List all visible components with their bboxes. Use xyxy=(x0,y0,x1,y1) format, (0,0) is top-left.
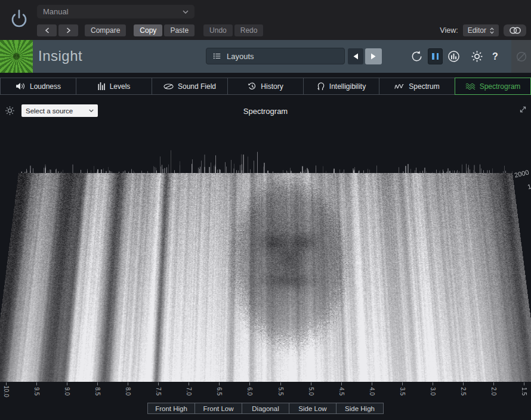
time-axis-label: 3.5 xyxy=(399,387,405,396)
speaker-icon xyxy=(16,82,26,90)
tab-spectrogram[interactable]: Spectrogram xyxy=(455,78,531,95)
time-axis-label: 4.0 xyxy=(368,387,375,396)
tab-label: Spectrum xyxy=(409,82,439,91)
previous-preset-button[interactable] xyxy=(37,24,57,36)
time-axis-label: 9.0 xyxy=(64,387,70,396)
time-axis-tick xyxy=(97,382,98,385)
time-axis-label: 2.5 xyxy=(459,387,466,396)
forward-arrow-icon xyxy=(371,53,376,60)
expand-panel-button[interactable] xyxy=(519,106,527,113)
previous-layout-button[interactable] xyxy=(348,48,363,64)
time-axis-label: 2.0 xyxy=(490,387,496,396)
bypass-strip xyxy=(511,40,531,73)
tab-label: Loudness xyxy=(30,82,61,91)
layouts-dropdown[interactable]: Layouts xyxy=(206,48,345,64)
copy-button[interactable]: Copy xyxy=(134,24,162,36)
time-axis-label: 3.0 xyxy=(429,387,436,396)
view-preset-front-high[interactable]: Front High xyxy=(147,403,195,414)
tab-spectrum[interactable]: Spectrum xyxy=(379,78,455,95)
spectrogram-display[interactable]: 200015 xyxy=(0,119,531,382)
tab-label: Levels xyxy=(110,82,131,91)
view-preset-diagonal[interactable]: Diagonal xyxy=(242,403,289,414)
settings-button[interactable] xyxy=(468,40,486,73)
list-icon xyxy=(213,52,221,60)
question-mark-icon: ? xyxy=(492,51,498,62)
time-axis-tick xyxy=(36,382,37,385)
source-selector[interactable]: Select a source xyxy=(21,104,98,117)
host-view-controls: View: Editor xyxy=(440,24,526,36)
spectrogram-waves-icon xyxy=(465,83,476,90)
time-axis-tick xyxy=(249,382,250,385)
time-axis-label: 7.0 xyxy=(186,387,192,396)
tab-loudness[interactable]: Loudness xyxy=(0,78,76,95)
paste-button[interactable]: Paste xyxy=(164,24,195,36)
view-preset-front-low[interactable]: Front Low xyxy=(195,403,242,414)
time-axis-label: 5.0 xyxy=(307,387,314,396)
link-icon xyxy=(510,27,521,34)
time-axis-label: 8.5 xyxy=(94,387,101,396)
intelligibility-head-icon xyxy=(317,82,325,91)
spectrum-wave-icon xyxy=(394,83,405,90)
loop-playback-button[interactable] xyxy=(408,40,425,73)
level-bars-icon xyxy=(98,82,106,90)
tab-intelligibility[interactable]: Intelligibility xyxy=(303,78,379,95)
undo-button[interactable]: Undo xyxy=(203,24,233,36)
host-toolbar: Manual Compare Copy Paste Undo Redo xyxy=(0,0,531,40)
preset-value: Manual xyxy=(43,7,69,16)
host-actions: Compare Copy Paste Undo Redo xyxy=(37,24,263,36)
power-icon xyxy=(9,8,29,29)
tab-sound-field[interactable]: Sound Field xyxy=(152,78,228,95)
reset-meters-button[interactable] xyxy=(445,40,462,73)
time-axis-tick xyxy=(219,382,220,385)
next-preset-button[interactable] xyxy=(58,24,78,36)
view-preset-side-low[interactable]: Side Low xyxy=(289,403,336,414)
chevron-right-icon xyxy=(66,27,71,33)
preset-dropdown[interactable]: Manual xyxy=(37,5,195,18)
layouts-label: Layouts xyxy=(227,52,254,61)
sound-field-icon xyxy=(163,83,174,90)
tab-label: Intelligibility xyxy=(329,82,366,91)
time-axis: 10.09.59.08.58.07.57.06.56.05.55.04.54.0… xyxy=(0,382,531,400)
time-axis-tick xyxy=(189,382,189,385)
view-preset-side-high[interactable]: Side High xyxy=(336,403,384,414)
time-axis-label: 4.5 xyxy=(338,387,344,396)
bypass-icon[interactable] xyxy=(515,50,528,63)
time-axis-tick xyxy=(372,382,372,385)
gear-icon xyxy=(471,50,483,63)
time-axis-tick xyxy=(158,382,159,385)
power-button[interactable] xyxy=(6,3,32,34)
pause-icon xyxy=(432,53,434,60)
time-axis-tick xyxy=(128,382,128,385)
time-axis-label: 8.0 xyxy=(125,387,131,396)
meter-reset-icon xyxy=(447,50,460,63)
time-axis-tick xyxy=(280,382,281,385)
time-axis-label: 10.0 xyxy=(3,385,10,397)
panel-settings-button[interactable] xyxy=(5,106,15,116)
spectrogram-canvas xyxy=(0,119,531,382)
view-mode-dropdown[interactable]: Editor xyxy=(463,24,499,36)
history-clock-icon xyxy=(248,82,257,91)
redo-button[interactable]: Redo xyxy=(234,24,264,36)
time-axis-tick xyxy=(341,382,342,385)
time-axis-tick xyxy=(311,382,311,385)
tab-bar: LoudnessLevelsSound FieldHistoryIntellig… xyxy=(0,78,531,95)
time-axis-label: 5.5 xyxy=(277,387,283,396)
time-axis-tick xyxy=(463,382,464,385)
time-axis-label: 7.5 xyxy=(155,387,162,396)
next-layout-button[interactable] xyxy=(365,48,382,64)
view-label: View: xyxy=(440,26,458,35)
pause-button[interactable] xyxy=(428,48,443,64)
expand-icon xyxy=(519,106,527,113)
chevron-down-icon xyxy=(183,10,189,14)
help-button[interactable]: ? xyxy=(488,40,502,73)
link-window-button[interactable] xyxy=(504,24,526,36)
up-down-chevron-icon xyxy=(490,27,494,34)
tab-history[interactable]: History xyxy=(227,78,304,95)
time-axis-tick xyxy=(6,382,7,385)
compare-button[interactable]: Compare xyxy=(85,24,126,36)
time-axis-label: 6.0 xyxy=(246,387,253,396)
tab-levels[interactable]: Levels xyxy=(76,78,152,95)
circular-arrow-icon xyxy=(410,50,423,63)
source-selector-value: Select a source xyxy=(26,107,73,115)
view-mode-value: Editor xyxy=(468,26,486,35)
